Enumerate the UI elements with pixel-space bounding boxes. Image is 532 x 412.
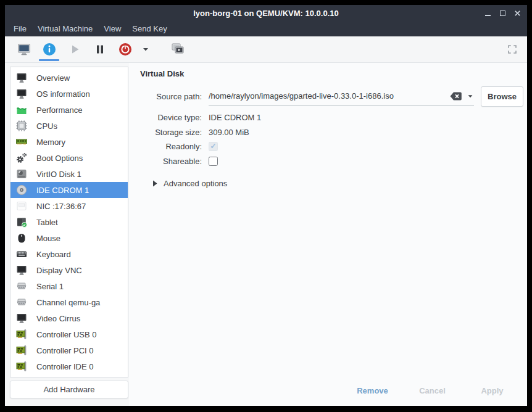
- menu-virtual-machine[interactable]: Virtual Machine: [32, 24, 98, 33]
- sidebar-item-label: Boot Options: [36, 154, 83, 163]
- screen: lyon-borg-01 on QEMU/KVM: 10.0.0.10 File…: [0, 0, 532, 412]
- nic-icon: [15, 200, 28, 212]
- sidebar-item-channel-qemu-ga[interactable]: Channel qemu-ga: [10, 294, 128, 310]
- toolbar-show-details-button[interactable]: [36, 36, 62, 62]
- play-icon: [67, 42, 82, 57]
- fullscreen-icon: [507, 44, 518, 55]
- sidebar-item-serial-1[interactable]: Serial 1: [10, 278, 128, 294]
- sidebar-item-video-cirrus[interactable]: Video Cirrus: [10, 310, 128, 326]
- device-type-row: Device type: IDE CDROM 1: [140, 109, 522, 125]
- gear-icon: [15, 152, 28, 164]
- sidebar-item-virtio-disk-1[interactable]: VirtIO Disk 1: [10, 166, 128, 182]
- sidebar-item-partial[interactable]: [10, 374, 128, 377]
- sidebar-item-label: Performance: [36, 105, 82, 115]
- toolbar-virtual-displays-button[interactable]: [165, 36, 190, 62]
- toolbar-run-button[interactable]: [62, 36, 87, 62]
- sidebar-item-label: Keyboard: [36, 250, 71, 259]
- readonly-checkbox[interactable]: [209, 142, 218, 151]
- device-type-value: IDE CDROM 1: [209, 113, 522, 122]
- toolbar-pause-button[interactable]: [87, 36, 112, 62]
- sidebar-item-performance[interactable]: Performance: [10, 102, 128, 118]
- shareable-label: Shareable:: [140, 157, 202, 166]
- caret-down-icon: [141, 45, 150, 54]
- pci-icon: [15, 344, 28, 356]
- menu-file[interactable]: File: [8, 24, 32, 33]
- sidebar-item-nic-17-36-67[interactable]: NIC :17:36:67: [10, 198, 128, 214]
- monitor-icon: [15, 72, 28, 84]
- multi-display-icon: [170, 42, 185, 57]
- readonly-row: Readonly:: [140, 139, 522, 154]
- serial-icon: [15, 280, 28, 292]
- clear-icon[interactable]: [449, 91, 462, 101]
- sidebar-item-label: Mouse: [36, 234, 60, 243]
- sidebar-item-display-vnc[interactable]: Display VNC: [10, 262, 128, 278]
- pause-icon: [93, 42, 107, 57]
- serial-icon: [15, 296, 28, 308]
- sidebar: OverviewOS informationPerformanceCPUsMem…: [10, 67, 128, 398]
- remove-button[interactable]: Remove: [346, 382, 399, 398]
- add-hardware-button[interactable]: Add Hardware: [10, 381, 128, 398]
- sidebar-item-label: Controller IDE 0: [36, 362, 93, 371]
- cancel-button[interactable]: Cancel: [406, 382, 459, 398]
- shutdown-icon: [118, 42, 133, 57]
- sidebar-item-controller-ide-0[interactable]: Controller IDE 0: [10, 358, 128, 374]
- monitor-icon: [15, 312, 28, 324]
- expander-arrow-icon: [152, 180, 157, 187]
- page-title: Virtual Disk: [140, 69, 522, 78]
- shareable-checkbox[interactable]: [209, 157, 218, 166]
- apply-button[interactable]: Apply: [466, 382, 518, 398]
- minimize-icon: [485, 15, 491, 16]
- pci-icon: [15, 376, 28, 377]
- sidebar-item-label: Tablet: [36, 218, 58, 227]
- sidebar-item-label: CPUs: [36, 122, 57, 131]
- toolbar-show-console-button[interactable]: [11, 36, 36, 62]
- advanced-options-expander[interactable]: Advanced options: [152, 179, 522, 188]
- mouse-icon: [15, 232, 28, 244]
- sidebar-item-label: Video Cirrus: [36, 314, 80, 323]
- fullscreen-button[interactable]: [504, 41, 521, 58]
- toolbar-shutdown-button[interactable]: [112, 36, 138, 62]
- toolbar-shutdown-menu-button[interactable]: [138, 36, 154, 62]
- sidebar-item-tablet[interactable]: Tablet: [10, 214, 128, 230]
- chevron-down-icon[interactable]: [467, 93, 474, 100]
- advanced-options-label: Advanced options: [164, 179, 227, 188]
- sidebar-item-label: VirtIO Disk 1: [36, 170, 81, 179]
- menubar: FileVirtual MachineViewSend Key: [5, 21, 527, 36]
- close-button[interactable]: [512, 8, 522, 18]
- virt-manager-window: lyon-borg-01 on QEMU/KVM: 10.0.0.10 File…: [5, 5, 527, 406]
- device-type-label: Device type:: [140, 113, 202, 122]
- sidebar-item-keyboard[interactable]: Keyboard: [10, 246, 128, 262]
- minimize-button[interactable]: [483, 8, 493, 18]
- sidebar-item-controller-usb-0[interactable]: Controller USB 0: [10, 326, 128, 342]
- sidebar-item-label: Overview: [36, 73, 70, 83]
- maximize-button[interactable]: [497, 8, 507, 18]
- sidebar-item-mouse[interactable]: Mouse: [10, 230, 128, 246]
- hardware-list: OverviewOS informationPerformanceCPUsMem…: [10, 67, 128, 377]
- browse-button[interactable]: Browse: [481, 86, 523, 107]
- disk-icon: [15, 168, 28, 180]
- menu-view[interactable]: View: [98, 24, 127, 33]
- pci-icon: [15, 328, 28, 340]
- titlebar[interactable]: lyon-borg-01 on QEMU/KVM: 10.0.0.10: [5, 5, 527, 21]
- sidebar-item-label: Controller PCI 0: [36, 346, 93, 355]
- pci-icon: [15, 360, 28, 373]
- sidebar-item-label: Memory: [36, 138, 65, 147]
- source-path-input[interactable]: /home/raylyon/images/gparted-live-0.33.0…: [209, 87, 474, 106]
- menu-send-key[interactable]: Send Key: [127, 24, 172, 33]
- performance-icon: [15, 104, 28, 116]
- monitor-icon: [15, 88, 28, 100]
- sidebar-item-os-information[interactable]: OS information: [10, 86, 128, 102]
- cdrom-icon: [15, 184, 28, 196]
- sidebar-item-ide-cdrom-1[interactable]: IDE CDROM 1: [10, 182, 128, 198]
- source-path-row: Source path: /home/raylyon/images/gparte…: [140, 84, 522, 108]
- sidebar-item-overview[interactable]: Overview: [10, 70, 128, 86]
- sidebar-item-cpus[interactable]: CPUs: [10, 118, 128, 134]
- maximize-icon: [500, 10, 505, 16]
- sidebar-item-memory[interactable]: Memory: [10, 134, 128, 150]
- sidebar-item-label: Display VNC: [36, 266, 82, 275]
- sidebar-item-controller-pci-0[interactable]: Controller PCI 0: [10, 342, 128, 358]
- sidebar-item-boot-options[interactable]: Boot Options: [10, 150, 128, 166]
- info-circle-icon: [42, 42, 57, 57]
- sidebar-item-label: Serial 1: [36, 282, 64, 291]
- storage-size-row: Storage size: 309.00 MiB: [140, 125, 522, 139]
